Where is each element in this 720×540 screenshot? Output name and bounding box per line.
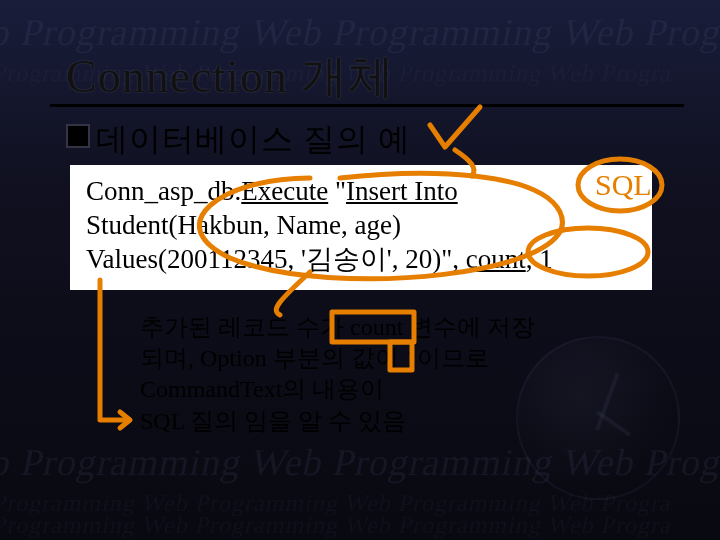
bullet-text: 데이터베이스 질의 예	[96, 118, 411, 162]
explain-text: 되며, Option 부분의 값이 1이므로	[140, 345, 489, 371]
code-text: Values(200112345, '김송이', 20)"	[86, 244, 452, 274]
explain-text: 추가된 레코드 수가	[140, 314, 350, 340]
explain-text: SQL 질의 임을 알 수 있음	[140, 408, 406, 434]
code-count: count	[466, 244, 526, 274]
explain-count: count	[350, 314, 403, 340]
code-execute: Execute	[241, 176, 328, 206]
code-text: Conn_asp_db.	[86, 176, 241, 206]
title-underline	[50, 104, 684, 107]
code-text: Student(Hakbun, Name, age)	[86, 210, 401, 240]
code-box: Conn_asp_db.Execute "Insert Into Student…	[70, 165, 652, 290]
explain-text: CommandText의 내용이	[140, 376, 384, 402]
explanation-box: 추가된 레코드 수가 count 변수에 저장 되며, Option 부분의 값…	[140, 312, 600, 437]
code-text: ,	[452, 244, 466, 274]
slide-title: Connection 개체	[66, 46, 395, 108]
code-text: , 1	[526, 244, 553, 274]
code-text: "	[328, 176, 346, 206]
explain-text: 변수에 저장	[403, 314, 535, 340]
bullet-square-icon	[66, 124, 90, 148]
code-insert: Insert Into	[346, 176, 458, 206]
